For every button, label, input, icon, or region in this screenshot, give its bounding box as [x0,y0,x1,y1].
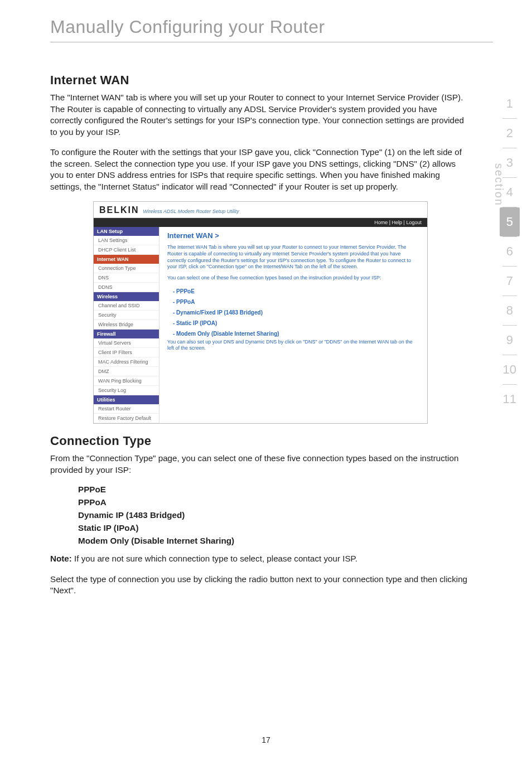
connection-list-item: Dynamic IP (1483 Bridged) [78,510,471,520]
page-side-nav: 1234567891011 [500,89,520,414]
sc-option[interactable]: - Dynamic/Fixed IP (1483 Bridged) [167,307,419,318]
side-nav: LAN SetupLAN SettingsDHCP Client ListInt… [94,227,159,423]
sc-nav-cat[interactable]: LAN Setup [94,227,159,236]
sc-nav-item[interactable]: DDNS [94,283,159,292]
sc-nav-item[interactable]: Connection Type [94,264,159,273]
connection-type-heading: Connection Type [50,434,471,448]
side-num[interactable]: 9 [500,326,520,355]
sc-nav-item[interactable]: Restart Router [94,404,159,414]
connection-type-para1: From the "Connection Type" page, you can… [50,453,471,476]
sc-nav-item[interactable]: Channel and SSID [94,301,159,311]
sc-option[interactable]: - PPPoA [167,297,419,307]
sc-nav-cat[interactable]: Internet WAN [94,255,159,264]
sc-option[interactable]: - Static IP (IPOA) [167,318,419,328]
belkin-logo: BELKIN [99,205,139,215]
main-content: Internet WAN The "Internet WAN" tab is w… [50,73,493,597]
page-number: 17 [0,735,532,744]
page-title: Manually Configuring your Router [50,17,493,37]
sc-main-heading: Internet WAN > [167,231,419,240]
side-num[interactable]: 7 [500,267,520,296]
sc-nav-item[interactable]: Security Log [94,386,159,395]
sc-sub: You can select one of these five connect… [167,275,419,282]
connection-list-item: PPPoA [78,497,471,507]
side-num[interactable]: 8 [500,296,520,325]
sc-nav-item[interactable]: WAN Ping Blocking [94,376,159,386]
side-num[interactable]: 6 [500,237,520,266]
title-divider [50,42,493,42]
sc-nav-item[interactable]: Security [94,311,159,320]
belkin-sub: Wireless ADSL Modem Router Setup Utility [143,209,239,214]
connection-list-item: PPPoE [78,485,471,494]
sc-nav-item[interactable]: LAN Settings [94,236,159,245]
sc-nav-item[interactable]: Client IP Filters [94,348,159,357]
side-num[interactable]: 1 [500,89,520,118]
sc-option[interactable]: - Modem Only (Disable Internet Sharing) [167,328,419,339]
sc-nav-item[interactable]: DHCP Client List [94,245,159,255]
side-num[interactable]: 2 [500,119,520,148]
sc-foot: You can also set up your DNS and Dynamic… [167,339,419,352]
router-ui-screenshot: BELKIN Wireless ADSL Modem Router Setup … [50,201,471,424]
connection-list-item: Static IP (IPoA) [78,523,471,533]
sc-nav-cat[interactable]: Utilities [94,395,159,404]
connection-type-note: Note: If you are not sure which connecti… [50,553,471,565]
connection-type-para2: Select the type of connection you use by… [50,574,471,597]
sc-nav-cat[interactable]: Wireless [94,292,159,301]
side-num[interactable]: 11 [500,385,520,414]
side-num[interactable]: 10 [500,355,520,384]
topbar-links[interactable]: Home | Help | Logout [94,218,427,227]
internet-wan-heading: Internet WAN [50,73,471,88]
connection-type-list: PPPoEPPPoADynamic IP (1483 Bridged)Stati… [50,485,471,545]
sc-nav-item[interactable]: Virtual Servers [94,338,159,348]
note-text: If you are not sure which connection typ… [72,554,357,563]
sc-intro: The Internet WAN Tab is where you will s… [167,244,419,270]
sc-nav-cat[interactable]: Firewall [94,330,159,338]
internet-wan-para2: To configure the Router with the setting… [50,147,471,192]
sc-nav-item[interactable]: DMZ [94,367,159,376]
sc-nav-item[interactable]: MAC Address Filtering [94,357,159,367]
sc-nav-item[interactable]: Restore Factory Default [94,414,159,423]
sc-option[interactable]: - PPPoE [167,286,419,297]
sc-nav-item[interactable]: Wireless Bridge [94,320,159,330]
section-label: section [492,163,505,206]
sc-nav-item[interactable]: DNS [94,273,159,283]
note-label: Note: [50,554,72,563]
connection-list-item: Modem Only (Disable Internet Sharing) [78,536,471,545]
internet-wan-para1: The "Internet WAN" tab is where you will… [50,92,471,138]
side-num[interactable]: 5 [500,207,520,236]
